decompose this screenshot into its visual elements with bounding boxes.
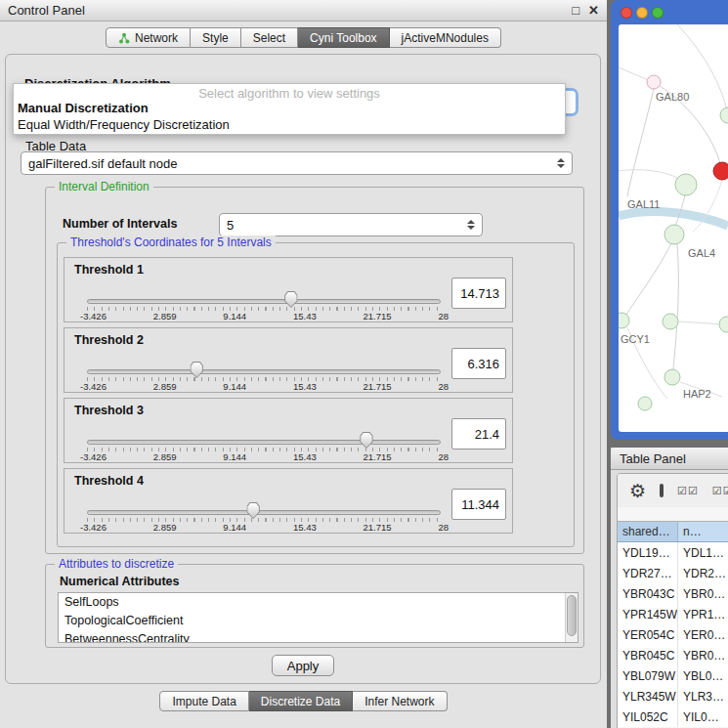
table-cell[interactable]: YER054C	[618, 624, 678, 645]
threshold-slider[interactable]: -3.4262.8599.14415.4321.71528	[87, 365, 441, 393]
network-edge[interactable]	[678, 321, 719, 324]
attribute-item[interactable]: SelfLoops	[59, 593, 578, 612]
slider-thumb[interactable]	[359, 432, 373, 449]
network-node[interactable]	[719, 317, 728, 332]
slider-track[interactable]	[87, 510, 441, 515]
threshold-value-input[interactable]: 14.713	[451, 278, 506, 309]
slider-track[interactable]	[87, 440, 441, 445]
table-panel-window: Table Panel ⚙ ☑☑ ☑☑ shared… n… YDL19…YDL…	[611, 448, 728, 728]
slider-track[interactable]	[87, 299, 441, 304]
tab-infer-network[interactable]: Infer Network	[353, 691, 447, 711]
table-row[interactable]: YPR145WYPR1…	[618, 604, 728, 624]
tab-label: Infer Network	[364, 695, 434, 708]
checkbox-pair-icon[interactable]: ☑☑	[677, 485, 699, 497]
checkbox-pair-icon-2[interactable]: ☑☑	[712, 485, 728, 497]
threshold-value-input[interactable]: 6.316	[451, 348, 506, 379]
threshold-slider[interactable]: -3.4262.8599.14415.4321.71528	[87, 506, 441, 534]
table-cell[interactable]: YBR045C	[618, 645, 678, 665]
slider-thumb[interactable]	[283, 291, 298, 308]
network-edge[interactable]	[673, 244, 678, 369]
network-node[interactable]	[664, 225, 684, 244]
table-cell[interactable]: YDR27…	[618, 563, 678, 583]
table-row[interactable]: YDL19…YDL1…	[618, 542, 728, 563]
table-cell[interactable]: YDR2…	[678, 563, 728, 583]
tab-cyni-toolbox[interactable]: Cyni Toolbox	[298, 27, 389, 48]
table-cell[interactable]: YIL052C	[618, 707, 678, 727]
tab-network[interactable]: Network	[106, 27, 191, 48]
table-cell[interactable]: YPR145W	[618, 604, 678, 624]
table-cell[interactable]: YBR0…	[678, 645, 728, 665]
number-of-intervals-combobox[interactable]: 5	[219, 213, 483, 236]
network-node[interactable]	[638, 397, 652, 410]
close-icon[interactable]: ✕	[588, 3, 599, 18]
slider-track[interactable]	[87, 369, 441, 374]
traffic-light-zoom-icon[interactable]	[652, 7, 664, 19]
slider-thumb[interactable]	[246, 502, 261, 519]
gear-icon[interactable]: ⚙	[629, 482, 646, 500]
header-cell-name[interactable]: n…	[678, 522, 728, 541]
columns-icon[interactable]	[660, 484, 664, 497]
scrollbar-thumb[interactable]	[567, 595, 577, 636]
dropdown-option-equal-width[interactable]: Equal Width/Frequency Discretization	[18, 117, 230, 132]
header-cell-shared-name[interactable]: shared…	[618, 522, 678, 541]
tab-select[interactable]: Select	[241, 27, 298, 48]
table-row[interactable]: YBR043CYBR0…	[618, 583, 728, 604]
table-cell[interactable]: YLR345W	[618, 686, 678, 707]
threshold-slider[interactable]: -3.4262.8599.14415.4321.71528	[87, 295, 441, 322]
list-scrollbar[interactable]	[565, 593, 578, 642]
table-cell[interactable]: YBR0…	[678, 583, 728, 604]
slider-scale-label: -3.426	[80, 381, 107, 392]
tab-label: Network	[135, 31, 178, 45]
table-row[interactable]: YDR27…YDR2…	[618, 563, 728, 583]
attribute-item[interactable]: TopologicalCoefficient	[59, 612, 578, 630]
table-cell[interactable]: YBL079W	[618, 665, 678, 686]
table-row[interactable]: YIL052CYIL0…	[618, 707, 728, 727]
network-canvas[interactable]: GAL80GAL11GAL4GCY1HAP2	[619, 24, 728, 432]
traffic-light-close-icon[interactable]	[621, 7, 632, 19]
network-edge[interactable]	[619, 170, 679, 179]
table-cell[interactable]: YBL0…	[678, 665, 728, 686]
tab-impute-data[interactable]: Impute Data	[159, 691, 248, 711]
minimize-icon[interactable]: □	[572, 3, 579, 18]
network-node[interactable]	[713, 162, 728, 180]
network-node[interactable]	[675, 174, 697, 195]
table-cell[interactable]: YDL19…	[618, 542, 678, 563]
threshold-value-input[interactable]: 21.4	[451, 418, 506, 450]
dropdown-option-manual-discretization[interactable]: Manual Discretization	[18, 101, 149, 115]
tab-jactivemnodules[interactable]: jActiveMNodules	[390, 27, 501, 48]
table-cell[interactable]: YPR1…	[678, 604, 728, 624]
table-row[interactable]: YER054CYER0…	[618, 624, 728, 645]
threshold-slider[interactable]: -3.4262.8599.14415.4321.71528	[87, 436, 441, 463]
network-edge[interactable]	[626, 243, 671, 315]
network-edge[interactable]	[619, 67, 651, 81]
table-cell[interactable]: YER0…	[678, 624, 728, 645]
table-row[interactable]: YBR045CYBR0…	[618, 645, 728, 665]
table-cell[interactable]: YIL0…	[678, 707, 728, 727]
thresholds-group-title: Threshold's Coordinates for 5 Intervals	[66, 236, 276, 249]
network-node[interactable]	[663, 314, 678, 329]
table-cell[interactable]: YBR043C	[618, 583, 678, 604]
network-node[interactable]	[720, 107, 728, 123]
dropdown-hint: Select algorithm to view settings	[14, 86, 565, 101]
table-row[interactable]: YBL079WYBL0…	[618, 665, 728, 686]
table-data-combobox[interactable]: galFiltered.sif default node	[21, 151, 573, 175]
attribute-item[interactable]: BetweennessCentrality	[59, 630, 578, 643]
traffic-light-minimize-icon[interactable]	[636, 7, 648, 19]
network-node[interactable]	[647, 75, 661, 89]
network-node[interactable]	[619, 313, 629, 328]
slider-thumb[interactable]	[190, 362, 204, 378]
network-edge[interactable]	[619, 211, 728, 226]
table-panel-body: ⚙ ☑☑ ☑☑ shared… n… YDL19…YDL1… YDR27…YDR…	[617, 473, 728, 728]
network-graph[interactable]: GAL80GAL11GAL4GCY1HAP2	[619, 24, 728, 432]
table-cell[interactable]: YDL1…	[678, 542, 728, 563]
tab-style[interactable]: Style	[191, 27, 241, 48]
network-edge[interactable]	[627, 89, 654, 196]
threshold-value-input[interactable]: 11.344	[451, 489, 506, 520]
table-cell[interactable]: YLR3…	[678, 686, 728, 707]
network-node[interactable]	[664, 369, 680, 385]
app-background: Control Panel □ ✕ Network Style Select C…	[0, 0, 728, 728]
table-row[interactable]: YLR345WYLR3…	[618, 686, 728, 707]
tab-label: Impute Data	[172, 695, 236, 708]
apply-button[interactable]: Apply	[272, 655, 334, 676]
tab-discretize-data[interactable]: Discretize Data	[249, 691, 353, 711]
